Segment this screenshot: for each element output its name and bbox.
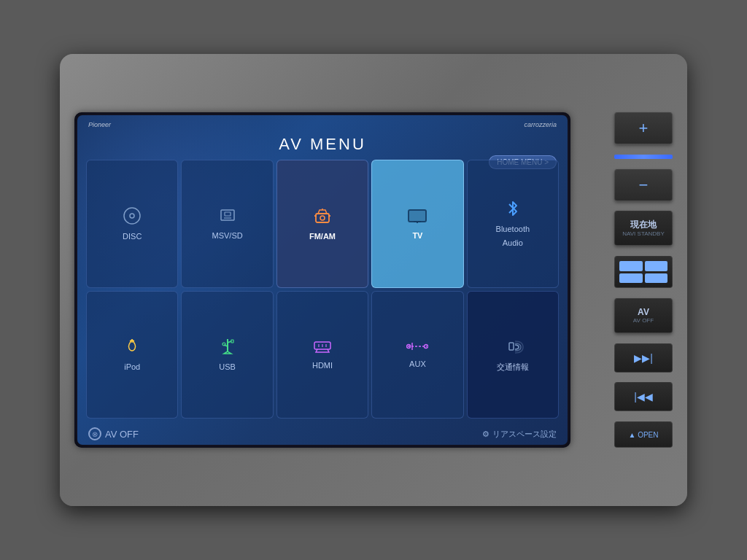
skip-back-icon: |◀◀ bbox=[634, 391, 653, 402]
av-menu-grid: DISC MSV/SD bbox=[77, 160, 568, 424]
av-button[interactable]: AV AV OFF bbox=[614, 298, 673, 333]
bottom-bar: ⊗ AV OFF ⚙ リアスペース設定 bbox=[77, 424, 568, 445]
volume-up-button[interactable]: + bbox=[614, 112, 673, 144]
side-controls: + − 現在地 NAVI STANDBY AV AV OFF ▶▶| |◀◀ ▲… bbox=[607, 112, 680, 448]
msv-label: MSV/SD bbox=[212, 230, 243, 241]
brand-carrozzeria: carrozzeria bbox=[524, 121, 557, 128]
brand-pioneer: Pioneer bbox=[88, 121, 111, 128]
car-unit: Pioneer carrozzeria AV MENU HOME MENU > bbox=[60, 54, 687, 506]
tv-label: TV bbox=[412, 230, 422, 241]
navi-standby-button[interactable]: 現在地 NAVI STANDBY bbox=[614, 211, 673, 246]
svg-rect-8 bbox=[314, 215, 317, 217]
svg-rect-2 bbox=[221, 210, 234, 220]
grid-cell-fmam[interactable]: FM/AM bbox=[276, 160, 368, 288]
aux-icon bbox=[406, 340, 428, 356]
grid-cell-tv[interactable]: TV bbox=[371, 160, 463, 288]
grid-dot-1 bbox=[619, 261, 643, 271]
grid-cell-disc[interactable]: DISC bbox=[86, 160, 178, 288]
open-button[interactable]: ▲ OPEN bbox=[614, 421, 673, 448]
grid-dot-2 bbox=[645, 261, 668, 271]
svg-rect-9 bbox=[328, 215, 330, 217]
av-menu-title: AV MENU bbox=[77, 135, 568, 154]
bluetooth-label2: Audio bbox=[503, 238, 523, 248]
grid-dot-4 bbox=[645, 273, 668, 284]
usb-icon bbox=[218, 337, 237, 359]
ipod-icon bbox=[125, 337, 139, 359]
av-label: AV bbox=[638, 307, 649, 317]
screen-bezel: Pioneer carrozzeria AV MENU HOME MENU > bbox=[74, 112, 570, 448]
svg-rect-3 bbox=[225, 212, 231, 216]
svg-point-1 bbox=[130, 214, 134, 218]
svg-rect-26 bbox=[509, 343, 514, 350]
msv-icon bbox=[219, 207, 236, 228]
grid-cell-traffic[interactable]: 交通情報 bbox=[467, 291, 559, 419]
usb-label: USB bbox=[219, 362, 236, 372]
skip-forward-button[interactable]: ▶▶| bbox=[614, 343, 673, 373]
svg-rect-5 bbox=[316, 214, 329, 222]
av-off-button[interactable]: ⊗ AV OFF bbox=[88, 427, 139, 440]
grid-cell-hdmi[interactable]: HDMI bbox=[276, 291, 368, 419]
screen: Pioneer carrozzeria AV MENU HOME MENU > bbox=[77, 115, 568, 445]
tv-icon bbox=[406, 207, 428, 228]
grid-cell-usb[interactable]: USB bbox=[181, 291, 273, 419]
av-off-icon: ⊗ bbox=[88, 427, 101, 440]
hdmi-icon bbox=[311, 338, 333, 357]
ipod-label: iPod bbox=[124, 362, 140, 372]
volume-down-button[interactable]: − bbox=[614, 169, 673, 201]
av-sub-label: AV OFF bbox=[633, 317, 654, 324]
navi-label: 現在地 bbox=[630, 219, 657, 230]
grid-dot-3 bbox=[619, 273, 643, 284]
grid-cell-msv[interactable]: MSV/SD bbox=[181, 160, 273, 288]
bluetooth-icon bbox=[505, 199, 521, 221]
svg-point-6 bbox=[320, 216, 325, 220]
grid-cell-bluetooth[interactable]: Bluetooth Audio bbox=[467, 160, 559, 288]
disc-icon bbox=[123, 206, 142, 228]
svg-point-0 bbox=[124, 208, 140, 224]
svg-rect-15 bbox=[231, 340, 233, 343]
open-icon: ▲ OPEN bbox=[628, 431, 658, 439]
menu-grid-button[interactable] bbox=[614, 256, 673, 288]
rear-space-label: リアスペース設定 bbox=[492, 429, 557, 440]
bluetooth-label1: Bluetooth bbox=[496, 224, 530, 234]
fmam-label: FM/AM bbox=[309, 231, 336, 241]
svg-rect-10 bbox=[409, 210, 426, 222]
grid-row-1: DISC MSV/SD bbox=[86, 160, 559, 288]
screen-header: Pioneer carrozzeria bbox=[77, 115, 568, 132]
rear-space-button[interactable]: ⚙ リアスペース設定 bbox=[482, 429, 557, 440]
navi-sub-label: NAVI STANDBY bbox=[622, 230, 665, 238]
settings-icon: ⚙ bbox=[482, 429, 489, 439]
skip-forward-icon: ▶▶| bbox=[634, 352, 653, 364]
av-off-label: AV OFF bbox=[105, 429, 139, 440]
traffic-label: 交通情報 bbox=[497, 362, 529, 372]
grid-row-2: iPod US bbox=[86, 291, 559, 419]
grid-cell-aux[interactable]: AUX bbox=[371, 291, 463, 419]
skip-back-button[interactable]: |◀◀ bbox=[614, 382, 673, 411]
hdmi-label: HDMI bbox=[312, 360, 333, 370]
disc-label: DISC bbox=[123, 231, 142, 241]
traffic-icon bbox=[502, 337, 524, 359]
grid-cell-ipod[interactable]: iPod bbox=[86, 291, 178, 419]
volume-indicator bbox=[614, 155, 673, 159]
aux-label: AUX bbox=[409, 359, 426, 369]
fmam-icon bbox=[312, 206, 333, 228]
